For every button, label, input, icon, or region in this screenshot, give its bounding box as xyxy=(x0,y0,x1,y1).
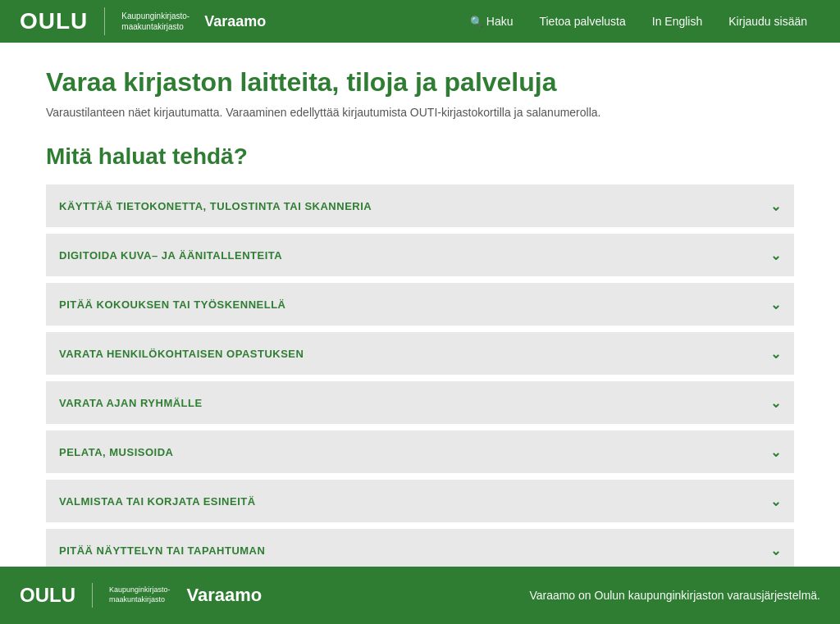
accordion-item-2[interactable]: PITÄÄ KOKOUKSEN TAI TYÖSKENNELLÄ ⌄ xyxy=(46,283,794,326)
chevron-down-icon-1: ⌄ xyxy=(770,248,781,263)
main-nav: 🔍 Haku Tietoa palvelusta In English Kirj… xyxy=(457,0,820,43)
accordion-label-7: PITÄÄ NÄYTTELYN TAI TAPAHTUMAN xyxy=(59,544,265,557)
section-title: Mitä haluat tehdä? xyxy=(46,143,794,170)
accordion-list: KÄYTTÄÄ TIETOKONETTA, TULOSTINTA TAI SKA… xyxy=(46,184,794,572)
chevron-down-icon-3: ⌄ xyxy=(770,346,781,362)
accordion-label-5: PELATA, MUSISOIDA xyxy=(59,446,173,458)
header-logo: OULU Kaupunginkirjasto- maakuntakirjasto xyxy=(20,7,189,35)
chevron-down-icon-5: ⌄ xyxy=(770,444,781,460)
logo-oulu-text: OULU xyxy=(20,8,88,34)
accordion-label-1: DIGITOIDA KUVA– JA ÄÄNITALLENTEITA xyxy=(59,249,282,262)
chevron-down-icon-7: ⌄ xyxy=(770,543,781,558)
accordion-item-1[interactable]: DIGITOIDA KUVA– JA ÄÄNITALLENTEITA ⌄ xyxy=(46,234,794,276)
site-footer: OULU Kaupunginkirjasto- maakuntakirjasto… xyxy=(0,567,840,624)
main-content: Varaa kirjaston laitteita, tiloja ja pal… xyxy=(26,43,814,604)
search-nav-link[interactable]: 🔍 Haku xyxy=(457,0,527,43)
header-varaamo-label: Varaamo xyxy=(204,13,266,30)
footer-description: Varaamo on Oulun kaupunginkirjaston vara… xyxy=(529,589,820,602)
login-label: Kirjaudu sisään xyxy=(728,15,807,28)
accordion-label-3: VARATA HENKILÖKOHTAISEN OPASTUKSEN xyxy=(59,348,304,360)
about-nav-link[interactable]: Tietoa palvelusta xyxy=(526,0,638,43)
chevron-down-icon-0: ⌄ xyxy=(770,198,781,214)
accordion-item-3[interactable]: VARATA HENKILÖKOHTAISEN OPASTUKSEN ⌄ xyxy=(46,332,794,375)
chevron-down-icon-4: ⌄ xyxy=(770,395,781,411)
login-nav-link[interactable]: Kirjaudu sisään xyxy=(715,0,820,43)
accordion-item-4[interactable]: VARATA AJAN RYHMÄLLE ⌄ xyxy=(46,381,794,424)
accordion-item-7[interactable]: PITÄÄ NÄYTTELYN TAI TAPAHTUMAN ⌄ xyxy=(46,529,794,572)
accordion-label-2: PITÄÄ KOKOUKSEN TAI TYÖSKENNELLÄ xyxy=(59,298,286,311)
footer-logo-subtitle: Kaupunginkirjasto- maakuntakirjasto xyxy=(109,585,171,604)
accordion-label-6: VALMISTAA TAI KORJATA ESINEITÄ xyxy=(59,495,256,508)
accordion-label-4: VARATA AJAN RYHMÄLLE xyxy=(59,397,203,409)
footer-logo-oulu-text: OULU xyxy=(20,584,75,607)
footer-logo: OULU Kaupunginkirjasto- maakuntakirjasto xyxy=(20,583,171,608)
accordion-label-0: KÄYTTÄÄ TIETOKONETTA, TULOSTINTA TAI SKA… xyxy=(59,200,372,212)
accordion-item-6[interactable]: VALMISTAA TAI KORJATA ESINEITÄ ⌄ xyxy=(46,480,794,522)
chevron-down-icon-6: ⌄ xyxy=(770,494,781,509)
english-label: In English xyxy=(652,15,702,28)
footer-logo-divider xyxy=(92,583,93,608)
about-label: Tietoa palvelusta xyxy=(539,15,625,28)
logo-subtitle: Kaupunginkirjasto- maakuntakirjasto xyxy=(121,11,189,32)
accordion-item-0[interactable]: KÄYTTÄÄ TIETOKONETTA, TULOSTINTA TAI SKA… xyxy=(46,184,794,227)
site-header: OULU Kaupunginkirjasto- maakuntakirjasto… xyxy=(0,0,840,43)
page-title: Varaa kirjaston laitteita, tiloja ja pal… xyxy=(46,67,794,98)
logo-divider xyxy=(104,7,105,35)
chevron-down-icon-2: ⌄ xyxy=(770,297,781,312)
footer-varaamo-label: Varaamo xyxy=(187,585,262,606)
accordion-item-5[interactable]: PELATA, MUSISOIDA ⌄ xyxy=(46,430,794,473)
english-nav-link[interactable]: In English xyxy=(639,0,715,43)
search-label: Haku xyxy=(486,15,514,28)
search-icon: 🔍 xyxy=(470,16,483,28)
page-subtitle: Varaustilanteen näet kirjautumatta. Vara… xyxy=(46,106,794,119)
